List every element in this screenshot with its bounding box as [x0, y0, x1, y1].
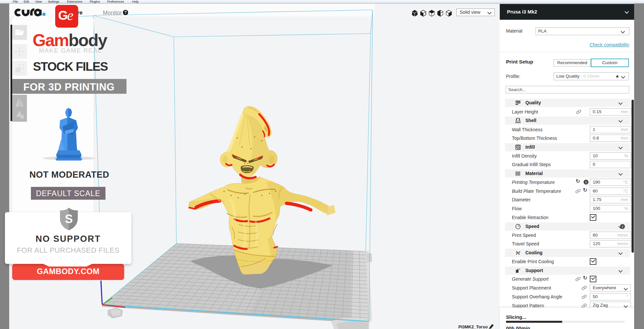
svg-text:S: S [65, 212, 73, 226]
svg-text:PI3MK2_Torso: PI3MK2_Torso [458, 324, 488, 329]
